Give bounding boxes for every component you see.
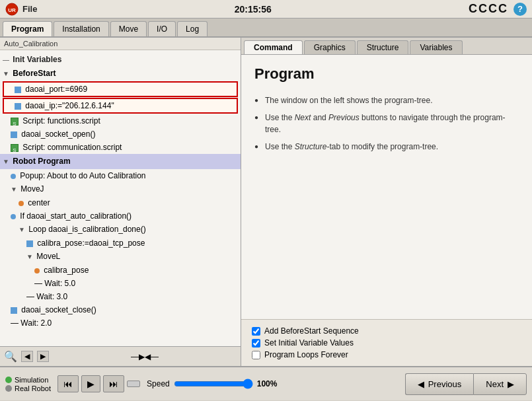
square-port-icon [15,87,21,93]
tree-item-init[interactable]: — Init Variables [0,53,241,67]
tree-item-wait-3[interactable]: — Wait: 3.0 [0,290,241,303]
previous-button[interactable]: ◀ Previous [405,373,474,395]
tree-item-ip[interactable]: daoai_ip:="206.12.6.144" [3,98,238,114]
tab-graphics[interactable]: Graphics [304,40,356,54]
title-bar-left: UR File [5,3,37,16]
tab-log[interactable]: Log [177,21,208,36]
speed-slider[interactable] [174,379,253,389]
loop-icon: ▼ [19,226,25,233]
tree-item-socket-close[interactable]: daoai_socket_close() [0,303,241,316]
title-bar-right: CCCC ? [469,2,527,16]
tree-item-calibra-point[interactable]: calibra_pose [0,264,241,277]
play-button[interactable]: ▶ [81,375,100,392]
port-label: daoai_port:=6969 [25,85,87,94]
loop-label: Loop daoai_is_calibration_done() [28,225,145,234]
right-panel: Command Graphics Structure Variables Pro… [241,38,532,366]
tree-item-robot-program[interactable]: ▼ Robot Program [0,154,241,169]
checkbox-initial-vars-label: Set Initial Variable Values [264,338,354,347]
tree-item-wait-5[interactable]: — Wait: 5.0 [0,277,241,290]
checkbox-initial-vars-row: Set Initial Variable Values [252,337,521,349]
left-panel-bottom: 🔍 ◀ ▶ —▶◀— [0,346,241,366]
checkbox-loops[interactable] [252,351,260,359]
tree-item-movej[interactable]: ▼ MoveJ [0,182,241,196]
wait-2-label: Wait: 2.0 [20,318,52,328]
tree-item-loop[interactable]: ▼ Loop daoai_is_calibration_done() [0,223,241,237]
tree-item-port[interactable]: daoai_port:=6969 [3,81,238,97]
robot-program-label: Robot Program [13,157,70,166]
magnifier-icon[interactable]: 🔍 [4,350,17,363]
tree-item-socket-open[interactable]: daoai_socket_open() [0,128,241,141]
help-button[interactable]: ? [513,3,527,16]
movel-label: MoveL [36,252,60,261]
if-label: If daoai_start_auto_calibration() [20,211,132,221]
file-menu[interactable]: File [22,4,37,14]
simulation-row: Simulation [5,376,51,384]
tree-item-center[interactable]: center [0,196,241,209]
dash-wait3-icon: — [26,292,36,301]
dash-wait2-icon: — [11,318,20,328]
tab-installation[interactable]: Installation [54,21,108,36]
real-robot-label: Real Robot [15,384,51,392]
square-close-icon [11,307,17,314]
square-socket-icon [11,131,17,138]
program-tree[interactable]: — Init Variables ▼ BeforeStart daoai_por… [0,50,241,346]
tree-item-movel[interactable]: ▼ MoveL [0,250,241,264]
next-button[interactable]: Next ▶ [473,373,527,395]
init-label: Init Variables [13,55,61,64]
real-robot-row: Real Robot [5,384,51,392]
tab-variables[interactable]: Variables [410,40,462,54]
prev-label: Previous [428,379,462,389]
next-arrow-icon: ▶ [508,379,514,389]
pause-button[interactable] [127,381,140,387]
tab-program[interactable]: Program [3,21,52,36]
step-button[interactable]: ⏭ [103,375,124,392]
simulation-label: Simulation [15,376,48,384]
title-bar: UR File 20:15:56 CCCC ? [0,0,532,18]
rewind-button[interactable]: ⏮ [57,375,79,392]
tab-command[interactable]: Command [244,40,303,54]
info-item-2: Use the Next and Previous buttons to nav… [254,109,519,138]
circle-popup-icon [11,174,16,179]
system-time: 20:15:56 [235,4,272,15]
movej-icon: ▼ [11,186,17,193]
point-center-icon [19,201,24,206]
tree-item-beforestart[interactable]: ▼ BeforeStart [0,67,241,81]
checkbox-initial-vars[interactable] [252,339,260,347]
tree-item-functions[interactable]: S Script: functions.script [0,114,241,128]
communication-label: Script: communication.script [22,143,122,152]
tree-item-if[interactable]: If daoai_start_auto_calibration() [0,209,241,223]
collapse-icon: ▼ [3,70,9,77]
forward-arrow-btn[interactable]: ▶ [37,351,49,362]
socket-close-label: daoai_socket_close() [21,305,96,314]
dash-wait5-icon: — [34,279,44,288]
expand-icon: — [3,56,9,63]
tree-item-wait-2[interactable]: — Wait: 2.0 [0,316,241,330]
checkbox-beforestart[interactable] [252,327,260,336]
nav-buttons: ◀ Previous Next ▶ [405,373,527,395]
connection-status: CCCC [469,2,508,16]
sim-indicator-icon [5,377,12,383]
tree-item-communication[interactable]: S Script: communication.script [0,141,241,154]
calibra-pose-label: calibra_pose:=daoai_tcp_pose [37,238,145,248]
point-calibra-icon [34,268,40,273]
ur-logo-icon: UR [5,3,19,16]
checkboxes-area: Add BeforeStart Sequence Set Initial Var… [241,319,532,366]
circle-if-icon [11,214,16,219]
calibra-point-label: calibra_pose [44,266,89,275]
back-arrow-btn[interactable]: ◀ [21,351,33,362]
wait-3-label: Wait: 3.0 [36,292,67,301]
tree-item-popup[interactable]: Popup: About to do Auto Calibration [0,169,241,182]
right-tab-bar: Command Graphics Structure Variables [241,38,532,55]
tree-item-calibra-pose[interactable]: calibra_pose:=daoai_tcp_pose [0,237,241,250]
tab-io[interactable]: I/O [148,21,176,36]
movej-label: MoveJ [20,184,44,194]
real-indicator-icon [5,385,12,392]
square-ip-icon [15,103,21,110]
checkbox-loops-row: Program Loops Forever [252,349,521,361]
beforestart-label: BeforeStart [13,69,56,78]
wait-5-label: Wait: 5.0 [44,279,75,288]
tab-move[interactable]: Move [110,21,147,36]
next-label: Next [486,379,504,389]
tab-structure[interactable]: Structure [357,40,409,54]
robot-collapse-icon: ▼ [3,158,9,165]
